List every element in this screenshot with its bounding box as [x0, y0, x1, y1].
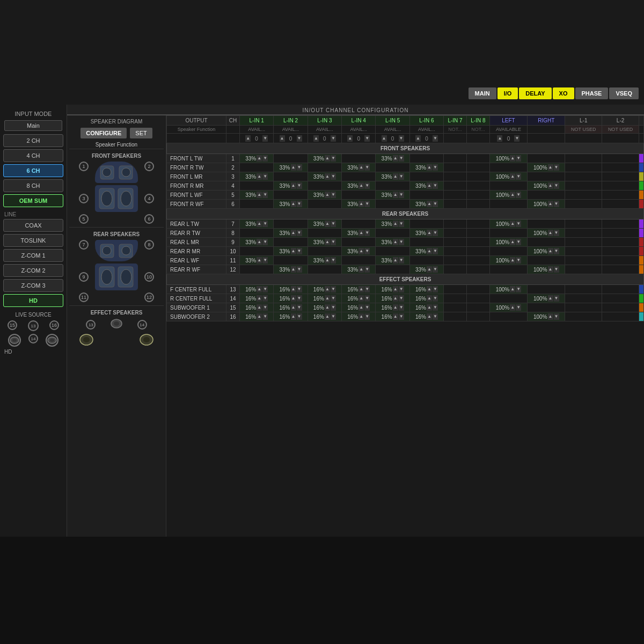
table-row: FRONT R WF 6 33%▲▼ 33%▲▼ 33%▲▼	[167, 200, 644, 209]
col-l2: L-2	[602, 116, 639, 126]
ch-14: 14	[226, 294, 239, 303]
btn-8ch[interactable]: 8 CH	[3, 179, 63, 192]
btn-oem-sum[interactable]: OEM SUM	[3, 194, 63, 207]
speaker-6: 6	[144, 214, 154, 224]
front-header-label: FRONT SPEAKERS	[167, 143, 644, 154]
lin2-up[interactable]: ▲	[280, 135, 285, 142]
lin4-up[interactable]: ▲	[347, 135, 353, 142]
output-front-r-mr: FRONT R MR	[167, 181, 226, 191]
v-4-l6: 33%▲▼	[409, 181, 443, 191]
v-6-l6: 33%▲▼	[409, 200, 443, 209]
btn-toslink[interactable]: TOSLINK	[3, 234, 63, 247]
lin1-up[interactable]: ▲	[245, 135, 251, 142]
avail-5: AVAIL...	[376, 126, 409, 134]
table-row: REAR R MR 10 33%▲▼ 33%▲▼ 33%▲▼	[167, 247, 644, 256]
row-color-2	[639, 163, 644, 172]
ch-4: 4	[226, 181, 239, 191]
top-area: MAIN I/O DELAY XO PHASE VSEQ	[0, 0, 644, 105]
rear-speakers-diagram: REAR SPEAKERS 7	[69, 227, 164, 305]
hd-text: HD	[0, 348, 67, 356]
v-1-l5: 33%▲▼	[376, 154, 409, 163]
lin6-dn[interactable]: ▼	[433, 135, 438, 142]
main-label: Main	[4, 120, 62, 131]
lin2-dn[interactable]: ▼	[297, 135, 302, 142]
table-row: REAR L MR 9 33%▲▼ 33%▲▼ 33%▲▼ 100%▲	[167, 238, 644, 247]
v-6-right: 100%▲▼	[528, 200, 565, 209]
io-banner: IN/OUT CHANNEL CONFIGURATION	[67, 105, 644, 115]
tab-main[interactable]: MAIN	[469, 87, 496, 99]
btn-4ch[interactable]: 4 CH	[3, 149, 63, 162]
lin5-dn[interactable]: ▼	[399, 135, 404, 142]
avail-7: NOT...	[444, 126, 467, 134]
v-5-right: 100%▲▼	[489, 191, 527, 200]
ch-11: 11	[226, 256, 239, 265]
v-4-l2: 33%▲▼	[274, 181, 308, 191]
ch-1: 1	[226, 154, 239, 163]
avail-left: AVAILABLE	[489, 126, 527, 134]
lin3-dn[interactable]: ▼	[331, 135, 336, 142]
lin1-dn[interactable]: ▼	[262, 135, 268, 142]
btn-2ch[interactable]: 2 CH	[3, 134, 63, 147]
configure-button[interactable]: CONFIGURE	[80, 128, 127, 138]
set-button[interactable]: SET	[130, 128, 152, 138]
output-sub2: SUBWOOFER 2	[167, 312, 226, 321]
speaker-11: 11	[79, 292, 89, 302]
lin6-up[interactable]: ▲	[415, 135, 421, 142]
table-area: SPEAKER DIAGRAM CONFIGURE SET Speaker Fu…	[67, 115, 644, 537]
tab-phase[interactable]: PHASE	[575, 87, 609, 99]
tab-bar: MAIN I/O DELAY XO PHASE VSEQ	[469, 87, 639, 99]
svg-point-21	[114, 321, 119, 326]
btn-zcom3[interactable]: Z-COM 3	[3, 279, 63, 292]
v-2-l6: 33%▲▼	[409, 163, 443, 172]
output-front-r-tw: FRONT R TW	[167, 163, 226, 172]
col-l1: L-1	[565, 116, 602, 126]
output-f-center: F CENTER FULL	[167, 285, 226, 294]
live-source-icons: 15 13 16	[0, 319, 67, 333]
v-1-right: 100%▲▼	[489, 154, 527, 163]
speaker-e13: 13	[86, 320, 96, 330]
btn-zcom2[interactable]: Z-COM 2	[3, 264, 63, 277]
btn-zcom1[interactable]: Z-COM 1	[3, 249, 63, 262]
speaker-diagram-title: SPEAKER DIAGRAM	[69, 118, 164, 126]
tab-delay[interactable]: DELAY	[519, 87, 551, 99]
tab-xo[interactable]: XO	[553, 87, 574, 99]
v-5-l5: 33%▲▼	[376, 191, 409, 200]
row-color-15	[639, 303, 644, 312]
left-dn[interactable]: ▼	[514, 135, 519, 142]
table-row: FRONT R MR 4 33%▲▼ 33%▲▼ 33%▲▼	[167, 181, 644, 191]
output-rear-r-wf: REAR R WF	[167, 265, 226, 274]
lin4-dn[interactable]: ▼	[364, 135, 370, 142]
btn-coax[interactable]: COAX	[3, 219, 63, 232]
lin5-up[interactable]: ▲	[382, 135, 387, 142]
row-color-10	[639, 247, 644, 256]
svg-point-14	[103, 246, 111, 255]
ch-8: 8	[226, 229, 239, 238]
speaker-9: 9	[79, 272, 89, 282]
row-color-13	[639, 285, 644, 294]
row-color-16	[639, 312, 644, 321]
input-mode-title: INPUT MODE	[0, 107, 67, 118]
col-ch: CH	[226, 116, 239, 126]
speaker-4: 4	[144, 194, 154, 203]
v-3-l5: 33%▲▼	[376, 172, 409, 181]
ch-3: 3	[226, 172, 239, 181]
table-row: FRONT L TW 1 33%▲▼ 33%▲▼ 33%▲▼ 100%	[167, 154, 644, 163]
btn-hd[interactable]: HD	[3, 294, 63, 307]
output-r-center: R CENTER FULL	[167, 294, 226, 303]
btn-6ch[interactable]: 6 CH	[3, 164, 63, 177]
tab-vseq[interactable]: VSEQ	[609, 87, 639, 99]
rear-speakers-label: REAR SPEAKERS	[69, 230, 164, 239]
v-1-l1: 33%▲▼	[239, 154, 273, 163]
lin3-up[interactable]: ▲	[313, 135, 319, 142]
col-right: RIGHT	[528, 116, 565, 126]
speaker-15: 15	[8, 320, 17, 330]
left-up[interactable]: ▲	[497, 135, 502, 142]
col-lin4: L-IN 4	[342, 116, 376, 126]
not-used-l2: NOT USED	[602, 126, 639, 134]
tab-io[interactable]: I/O	[497, 87, 518, 99]
row-color-9	[639, 238, 644, 247]
row-color-12	[639, 265, 644, 274]
ch-16: 16	[226, 312, 239, 321]
v-2-l4: 33%▲▼	[342, 163, 376, 172]
main-content: INPUT MODE Main 2 CH 4 CH 6 CH 8 CH OEM …	[0, 105, 644, 537]
